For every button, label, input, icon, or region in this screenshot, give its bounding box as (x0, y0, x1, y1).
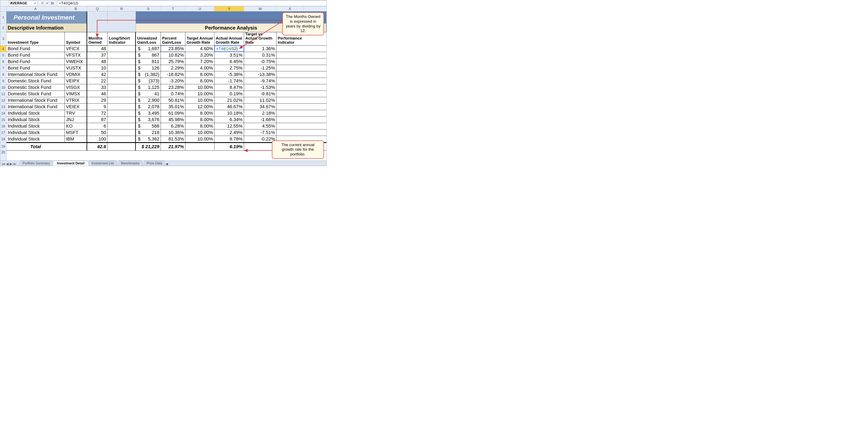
cell-perf-indicator[interactable] (277, 129, 304, 136)
fx-icon[interactable]: fx (51, 1, 54, 5)
cell-perf-indicator[interactable] (277, 52, 304, 58)
cell-percent-gl[interactable]: -3.20% (161, 78, 185, 84)
tab-nav-prev-icon[interactable]: ◀ (6, 162, 9, 166)
cell-actual-rate[interactable]: 2.75% (215, 65, 244, 71)
cell-investment-type[interactable]: Domestic Stock Fund (6, 84, 65, 91)
cell-investment-type[interactable]: Individual Stock (6, 110, 65, 116)
cell-months-owned[interactable]: 10 (87, 65, 107, 71)
cell-perf-indicator[interactable] (277, 71, 304, 78)
cell-unrealized[interactable]: $3,676 (136, 117, 161, 123)
cell-unrealized[interactable]: $126 (136, 65, 161, 71)
cell-long-short[interactable] (107, 129, 136, 136)
cell-percent-gl[interactable]: 25.79% (161, 58, 185, 65)
row-header[interactable]: 18 (0, 136, 6, 142)
cell-long-short[interactable] (107, 104, 136, 110)
cell-months-owned[interactable]: 50 (87, 129, 107, 136)
cell-percent-gl[interactable]: 50.81% (161, 97, 185, 104)
cell-investment-type[interactable]: Bond Fund (6, 65, 65, 71)
cell-actual-rate[interactable]: 12.55% (215, 123, 244, 129)
row-header[interactable]: 1 (0, 11, 6, 24)
name-box[interactable]: AVERAGE ▼ (8, 1, 38, 6)
cell-investment-type[interactable]: Bond Fund (6, 58, 65, 65)
cell-perf-indicator[interactable] (277, 91, 304, 97)
row-header[interactable]: 14 (0, 110, 6, 117)
cell-months-owned[interactable]: 33 (87, 84, 107, 91)
cell-percent-gl[interactable]: 10.36% (161, 129, 185, 136)
cell-perf-indicator[interactable] (277, 104, 304, 110)
cell-target-rate[interactable]: 8.00% (185, 110, 215, 116)
col-header-B[interactable]: B (65, 6, 87, 11)
cell[interactable] (107, 11, 136, 24)
cell-unrealized[interactable]: $867 (136, 52, 161, 58)
col-header-U[interactable]: U (185, 6, 215, 11)
cell[interactable] (244, 143, 277, 150)
cell-investment-type[interactable]: Individual Stock (6, 123, 65, 129)
row-header[interactable]: 12 (0, 97, 6, 104)
cell-investment-type[interactable]: Individual Stock (6, 117, 65, 123)
cell-percent-gl[interactable]: 23.85% (161, 46, 185, 52)
row-header[interactable]: 16 (0, 123, 6, 129)
cell-unrealized[interactable]: $2,078 (136, 104, 161, 110)
cell[interactable] (87, 11, 107, 24)
row-header[interactable]: 6 (0, 58, 6, 65)
cell-percent-gl[interactable]: 81.53% (161, 136, 185, 142)
row-header[interactable]: 5 (0, 52, 6, 58)
row-header[interactable]: 20 (0, 151, 6, 154)
row-header[interactable]: 17 (0, 129, 6, 136)
active-cell-v4[interactable]: =T4/(Q4/12) (215, 46, 244, 52)
cell-symbol[interactable]: VDMIX (65, 71, 87, 78)
cell-long-short[interactable] (107, 58, 136, 65)
tab-investment-detail[interactable]: Investment Detail (53, 161, 89, 166)
cell-long-short[interactable] (107, 97, 136, 104)
cell-actual-rate[interactable]: 9.78% (215, 136, 244, 142)
cell-months-owned[interactable]: 9 (87, 104, 107, 110)
cell-months-owned[interactable]: 48 (87, 58, 107, 65)
cell-actual-rate[interactable]: 8.47% (215, 84, 244, 91)
row-header[interactable]: 7 (0, 65, 6, 71)
cell-investment-type[interactable]: Individual Stock (6, 136, 65, 142)
tab-nav-last-icon[interactable]: ⏭ (13, 162, 17, 166)
cell-symbol[interactable]: IBM (65, 136, 87, 142)
cell-target-vs-actual[interactable]: -9.74% (244, 78, 277, 84)
cell-months-owned[interactable]: 37 (87, 52, 107, 58)
cell-months-owned[interactable]: 87 (87, 117, 107, 123)
cell[interactable] (107, 143, 136, 150)
cell-long-short[interactable] (107, 136, 136, 142)
row-header[interactable]: 15 (0, 117, 6, 123)
cell-long-short[interactable] (107, 71, 136, 78)
cell-percent-gl[interactable]: 10.82% (161, 52, 185, 58)
col-header-W[interactable]: W (244, 6, 277, 11)
cell-unrealized[interactable]: $5,362 (136, 136, 161, 142)
cell-symbol[interactable]: VFICX (65, 46, 87, 52)
cell-long-short[interactable] (107, 65, 136, 71)
cell-unrealized[interactable]: $588 (136, 123, 161, 129)
col-header-V[interactable]: V (215, 6, 244, 11)
cell-target-vs-actual[interactable]: -0.75% (244, 58, 277, 65)
cell-months-owned[interactable]: 22 (87, 78, 107, 84)
tab-nav-first-icon[interactable]: ⏮ (2, 162, 5, 166)
cell-percent-gl[interactable]: 35.01% (161, 104, 185, 110)
cell-months-owned[interactable]: 29 (87, 97, 107, 104)
cell-months-owned[interactable]: 48 (87, 46, 107, 52)
cell-percent-gl[interactable]: 0.74% (161, 91, 185, 97)
cell-perf-indicator[interactable] (277, 110, 304, 116)
formula-input[interactable]: =T4/(Q4/12) (57, 1, 327, 6)
cell-symbol[interactable]: VEIPX (65, 78, 87, 84)
col-header-R[interactable]: R (107, 6, 136, 11)
cell[interactable] (65, 143, 87, 150)
cell-months-owned[interactable]: 100 (87, 136, 107, 142)
cancel-icon[interactable]: ✕ (40, 1, 44, 5)
cell-target-rate[interactable]: 8.00% (185, 117, 215, 123)
cell-target-vs-actual[interactable]: 34.67% (244, 104, 277, 110)
cell-investment-type[interactable]: International Stock Fund (6, 97, 65, 104)
row-header[interactable]: 10 (0, 84, 6, 91)
cell-long-short[interactable] (107, 46, 136, 52)
cell-percent-gl[interactable]: 6.28% (161, 123, 185, 129)
cell-investment-type[interactable]: International Stock Fund (6, 71, 65, 78)
col-header-Q[interactable]: Q (87, 6, 107, 11)
cell-symbol[interactable]: VFSTX (65, 52, 87, 58)
cell-target-rate[interactable]: 10.00% (185, 129, 215, 136)
cell-unrealized[interactable]: $(373) (136, 78, 161, 84)
cell-target-vs-actual[interactable]: 4.55% (244, 123, 277, 129)
cell-unrealized[interactable]: $2,900 (136, 97, 161, 104)
